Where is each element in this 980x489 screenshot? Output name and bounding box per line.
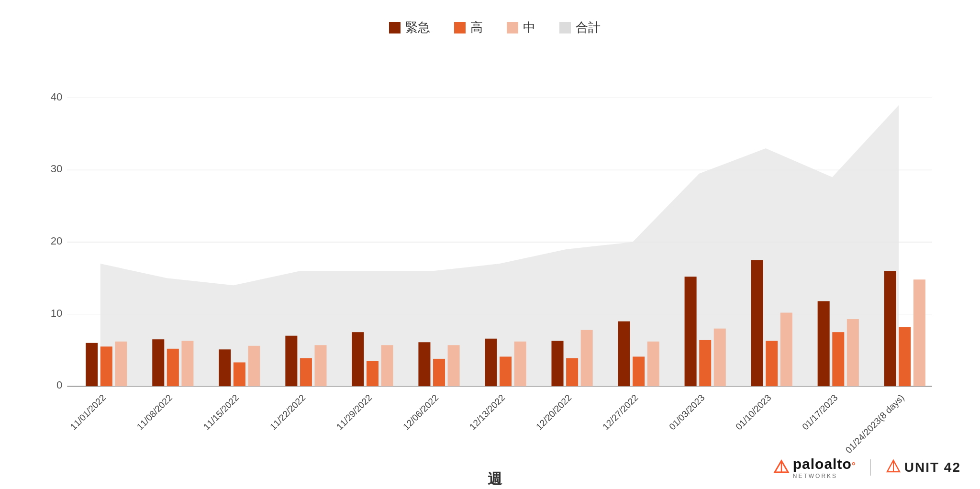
- svg-text:30: 30: [51, 163, 63, 175]
- svg-rect-48: [647, 342, 659, 386]
- svg-text:11/01/2022: 11/01/2022: [68, 392, 108, 432]
- svg-text:0: 0: [56, 379, 62, 391]
- svg-rect-20: [181, 341, 193, 386]
- svg-text:12/06/2022: 12/06/2022: [401, 392, 440, 432]
- svg-text:12/20/2022: 12/20/2022: [534, 392, 573, 432]
- svg-rect-51: [699, 340, 711, 386]
- svg-rect-39: [500, 356, 512, 386]
- unit42-label: UNIT 42: [904, 460, 961, 475]
- svg-text:10: 10: [51, 307, 63, 319]
- svg-rect-60: [847, 319, 859, 386]
- svg-rect-63: [899, 327, 911, 387]
- chart-legend: 緊急 高 中 合計: [38, 19, 951, 36]
- svg-rect-26: [285, 336, 297, 386]
- svg-rect-44: [581, 330, 593, 386]
- svg-text:12/13/2022: 12/13/2022: [468, 392, 507, 432]
- svg-rect-23: [234, 362, 245, 386]
- unit42-icon: [885, 459, 902, 476]
- svg-rect-59: [832, 332, 844, 386]
- chart-container: 緊急 高 中 合計 01020304011/01/202211/08/20221…: [0, 0, 980, 489]
- legend-item-critical: 緊急: [389, 19, 430, 36]
- svg-rect-3: [559, 22, 571, 33]
- svg-text:01/03/2023: 01/03/2023: [667, 392, 706, 432]
- svg-rect-56: [780, 312, 792, 386]
- svg-rect-62: [884, 271, 896, 386]
- svg-rect-15: [100, 346, 112, 386]
- svg-text:20: 20: [51, 235, 63, 247]
- svg-rect-30: [352, 332, 364, 386]
- svg-rect-35: [433, 359, 445, 386]
- svg-text:12/27/2022: 12/27/2022: [601, 392, 640, 432]
- svg-rect-24: [248, 346, 260, 386]
- legend-item-medium: 中: [507, 19, 535, 36]
- svg-rect-19: [167, 349, 179, 386]
- svg-rect-42: [551, 341, 563, 386]
- svg-rect-52: [714, 329, 726, 387]
- svg-rect-22: [219, 349, 231, 386]
- svg-text:01/17/2023: 01/17/2023: [800, 392, 839, 432]
- svg-rect-38: [485, 339, 497, 386]
- svg-rect-46: [618, 322, 630, 387]
- svg-rect-31: [367, 361, 379, 386]
- unit42-logo: UNIT 42: [870, 459, 961, 476]
- svg-rect-64: [913, 279, 925, 386]
- svg-text:11/08/2022: 11/08/2022: [135, 392, 174, 432]
- svg-text:01/10/2023: 01/10/2023: [734, 392, 773, 432]
- svg-text:11/22/2022: 11/22/2022: [268, 392, 307, 432]
- svg-rect-1: [454, 22, 466, 33]
- legend-label-critical: 緊急: [405, 19, 430, 36]
- main-chart-svg: 01020304011/01/202211/08/202211/15/20221…: [38, 50, 951, 463]
- legend-label-total: 合計: [576, 19, 601, 36]
- paloalto-logo: paloalto° NETWORKS: [773, 455, 856, 479]
- svg-rect-14: [86, 343, 98, 386]
- footer: paloalto° NETWORKS UNIT 42: [773, 455, 961, 479]
- svg-rect-50: [685, 277, 697, 386]
- svg-rect-0: [389, 22, 401, 33]
- svg-rect-34: [418, 342, 430, 386]
- svg-rect-28: [314, 345, 326, 386]
- svg-rect-18: [152, 339, 164, 386]
- svg-rect-58: [818, 301, 830, 386]
- svg-rect-36: [448, 345, 460, 386]
- legend-label-medium: 中: [523, 19, 535, 36]
- svg-text:11/29/2022: 11/29/2022: [334, 392, 374, 432]
- legend-label-high: 高: [470, 19, 483, 36]
- legend-item-total: 合計: [559, 19, 601, 36]
- svg-text:01/24/2023(8 days): 01/24/2023(8 days): [844, 392, 906, 455]
- svg-rect-16: [115, 342, 127, 386]
- svg-rect-27: [300, 358, 312, 386]
- paloalto-sub: NETWORKS: [793, 473, 856, 479]
- legend-item-high: 高: [454, 19, 483, 36]
- svg-rect-43: [566, 358, 578, 386]
- svg-rect-47: [633, 356, 645, 386]
- svg-rect-32: [381, 345, 393, 386]
- svg-rect-54: [751, 260, 763, 387]
- paloalto-icon: [773, 459, 790, 476]
- svg-rect-40: [514, 342, 526, 386]
- svg-text:11/15/2022: 11/15/2022: [201, 392, 241, 432]
- svg-rect-2: [507, 22, 518, 33]
- svg-rect-55: [766, 341, 778, 386]
- svg-text:40: 40: [51, 91, 63, 103]
